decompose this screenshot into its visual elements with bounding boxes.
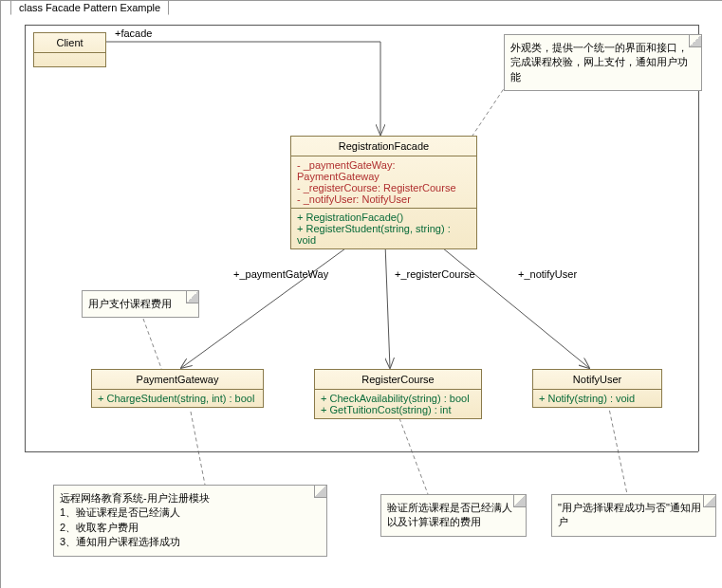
payment-name: PaymentGateway xyxy=(92,370,263,390)
empty-section xyxy=(34,53,105,66)
note-system-l2: 2、收取客户费用 xyxy=(60,521,321,535)
assoc-facade-label: +facade xyxy=(115,28,152,39)
class-register: RegisterCourse + CheckAvailability(strin… xyxy=(314,369,482,419)
facade-attr3: - _notifyUser: NotifyUser xyxy=(297,193,471,205)
register-meth1: + CheckAvailability(string) : bool xyxy=(321,393,475,404)
assoc-notify-label: +_notifyUser xyxy=(518,268,577,280)
note-system-l3: 3、通知用户课程选择成功 xyxy=(60,535,321,549)
note-notify: "用户选择课程成功与否"通知用户 xyxy=(551,494,716,537)
facade-meth1: + RegistrationFacade() xyxy=(297,211,471,223)
note-register: 验证所选课程是否已经满人以及计算课程的费用 xyxy=(380,494,527,537)
class-facade: RegistrationFacade - _paymentGateWay: Pa… xyxy=(290,136,477,249)
notify-name: NotifyUser xyxy=(533,370,661,390)
payment-meth1: + ChargeStudent(string, int) : bool xyxy=(98,393,257,404)
diagram-canvas: class Facade Pattern Example +facade +_p… xyxy=(0,0,722,588)
class-client-name: Client xyxy=(34,33,105,53)
note-payment: 用户支付课程费用 xyxy=(82,290,199,318)
class-facade-name: RegistrationFacade xyxy=(291,137,476,156)
assoc-reg-label: +_registerCourse xyxy=(395,268,475,280)
note-system-l1: 1、验证课程是否已经满人 xyxy=(60,505,321,520)
note-system-title: 远程网络教育系统-用户注册模块 xyxy=(60,491,321,505)
note-system: 远程网络教育系统-用户注册模块 1、验证课程是否已经满人 2、收取客户费用 3、… xyxy=(53,485,327,557)
boundary-top xyxy=(25,25,698,27)
note-facade: 外观类，提供一个统一的界面和接口，完成课程校验，网上支付，通知用户功能 xyxy=(504,34,702,91)
class-notify: NotifyUser + Notify(string) : void xyxy=(532,369,662,408)
register-name: RegisterCourse xyxy=(315,370,481,390)
boundary-bottom xyxy=(25,451,698,453)
assoc-pay-label: +_paymentGateWay xyxy=(233,268,328,280)
register-meth2: + GetTuitionCost(string) : int xyxy=(321,404,475,415)
notify-meth1: + Notify(string) : void xyxy=(539,393,656,404)
facade-meth2: + RegisterStudent(string, string) : void xyxy=(297,223,471,246)
facade-attr2: - _registerCourse: RegisterCourse xyxy=(297,182,471,193)
class-client: Client xyxy=(33,32,106,67)
facade-attr1: - _paymentGateWay: PaymentGateway xyxy=(297,159,471,182)
boundary-left xyxy=(25,25,27,451)
diagram-title: class Facade Pattern Example xyxy=(10,0,169,15)
class-payment: PaymentGateway + ChargeStudent(string, i… xyxy=(91,369,264,408)
